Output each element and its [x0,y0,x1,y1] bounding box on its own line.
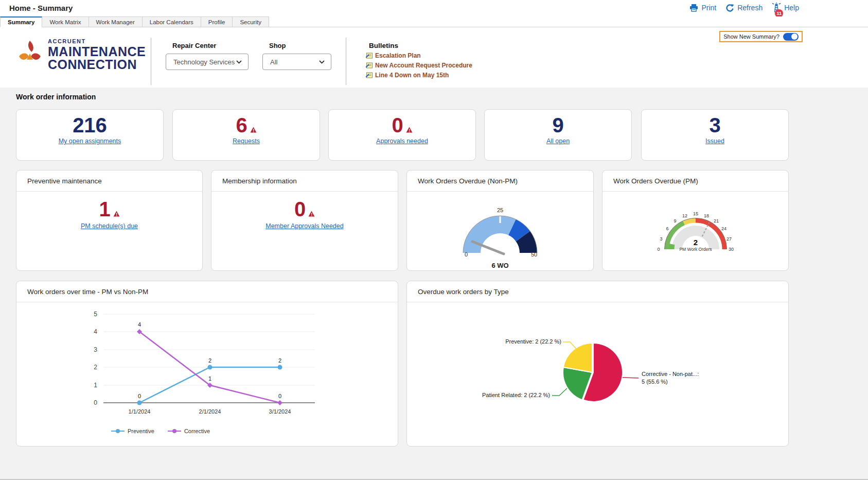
show-new-summary-toggle[interactable] [783,33,799,41]
stat-card-issued: 3 Issued [641,109,789,161]
brand-name-line1: MAINTENANCE [48,45,146,58]
breadcrumb: Home - Summary [9,4,73,12]
member-approvals-value: 0 [294,198,315,220]
stat-number: 0 [392,114,403,136]
y-tick: 4 [94,328,97,335]
legend-preventive: Preventive [111,428,154,434]
tab-security[interactable]: Security [233,16,269,27]
gauge-tick: 30 [728,247,733,252]
subheader: ACCRUENT MAINTENANCE CONNECTION Repair C… [0,27,868,88]
data-label: 1 [208,375,211,382]
tab-summary[interactable]: Summary [0,16,42,27]
chevron-down-icon [236,60,242,64]
brand-wordmark: ACCRUENT MAINTENANCE CONNECTION [48,39,146,71]
stat-value: 216 [73,114,107,136]
tab-label: Summary [8,19,34,25]
pm-schedules-due-link[interactable]: PM schedule(s) due [81,222,138,230]
x-tick: 2/1/2024 [199,408,221,415]
legend-corrective: Corrective [168,428,210,434]
shop-label: Shop [269,42,331,49]
accruent-logo-mark [17,39,43,68]
gauge-tick: 9 [674,218,676,224]
stat-value: 3 [709,114,720,136]
warning-icon [406,127,413,133]
divider [151,38,151,85]
repair-center-label: Repair Center [172,42,249,49]
tab-label: Labor Calendars [150,19,193,25]
gauge-tick: 24 [721,226,726,231]
pm-gauge-chart: 0 3 6 9 12 15 18 21 24 27 30 2 PM Work O… [642,199,750,256]
warning-icon [308,211,315,217]
wo-over-time-line-chart: 5 4 3 2 1 0 0 2 2 4 1 0 1/1/2024 [16,302,398,425]
panel-title: Work orders over time - PM vs Non-PM [16,281,398,302]
shop-select[interactable]: All [262,54,331,70]
panel-title: Overdue work orders by Type [407,281,788,302]
member-approvals-link[interactable]: Member Approvals Needed [265,222,343,230]
tab-work-matrix[interactable]: Work Matrix [42,16,88,27]
panel-title: Work Orders Overdue (PM) [603,170,788,192]
bulletin-link[interactable]: Escalation Plan [365,52,472,59]
requests-link[interactable]: Requests [233,138,260,145]
x-tick: 1/1/2024 [129,408,151,415]
help-label: Help [784,4,799,12]
tab-profile[interactable]: Profile [201,16,233,27]
tab-labor-calendars[interactable]: Labor Calendars [143,16,201,27]
repair-center-select[interactable]: Technology Services [166,54,249,70]
y-tick: 1 [94,382,97,389]
y-tick: 2 [94,364,97,371]
stat-number: 1 [99,198,110,220]
chart-legend: Preventive Corrective [16,428,305,434]
print-button[interactable]: Print [689,4,716,12]
tab-strip: Summary Work Matrix Work Manager Labor C… [0,16,868,27]
bulletins-title: Bulletins [369,42,472,49]
all-open-link[interactable]: All open [546,138,570,145]
callout-line [552,388,567,396]
refresh-label: Refresh [737,4,763,12]
note-icon [365,62,373,68]
print-label: Print [701,4,716,12]
approvals-needed-link[interactable]: Approvals needed [376,138,428,145]
data-label: 2 [278,357,281,364]
pm-gauge-value: 2 [693,238,697,247]
bulletin-link[interactable]: New Account Request Procedure [365,62,472,69]
divider [346,38,346,85]
gauge-value-arc [671,244,671,249]
refresh-button[interactable]: Refresh [725,4,763,12]
data-point [137,401,142,405]
pm-gauge-label: PM Work Orders [679,247,712,252]
gauge-tick: 12 [682,213,687,218]
bulletin-label: Escalation Plan [375,52,421,59]
stat-number: 6 [236,114,247,136]
stat-card-approvals-needed: 0 Approvals needed [328,109,476,161]
repair-center-filter: Repair Center Technology Services [166,42,249,70]
pie-slice-preventive [563,343,592,372]
warning-icon [113,211,120,217]
note-icon [365,72,373,78]
panel-title: Preventive maintenance [16,170,202,192]
legend-marker [111,428,125,434]
bulletin-label: Line 4 Down on May 15th [375,72,449,79]
y-tick: 3 [94,346,97,353]
data-label: 4 [138,321,141,328]
x-tick: 3/1/2024 [269,408,291,415]
tab-label: Security [240,19,261,25]
warning-icon [250,127,257,133]
help-button[interactable]: 11 Help [772,3,799,12]
data-point [278,365,282,370]
gauge-tick: 6 [666,226,668,231]
tab-work-manager[interactable]: Work Manager [89,16,143,27]
my-open-assignments-link[interactable]: My open assignments [59,138,121,145]
header-actions: Print Refresh 11 Help [689,3,799,12]
pie-label-patient-related: Patient Related: 2 (22.2 %) [482,392,550,398]
nonpm-gauge-value-label: 6 WO [491,262,508,269]
panel-gauge-pm: Work Orders Overdue (PM) 0 3 6 9 12 15 1… [602,170,789,271]
note-icon [365,53,373,59]
gauge-tick-min: 0 [465,251,468,258]
issued-link[interactable]: Issued [705,138,724,145]
gauge-tick: 15 [693,211,698,216]
stat-card-my-open-assignments: 216 My open assignments [16,109,164,161]
data-point [277,400,282,405]
bulletin-link[interactable]: Line 4 Down on May 15th [365,72,472,79]
tab-label: Profile [208,19,225,25]
gauge-tick-max: 50 [531,251,537,258]
